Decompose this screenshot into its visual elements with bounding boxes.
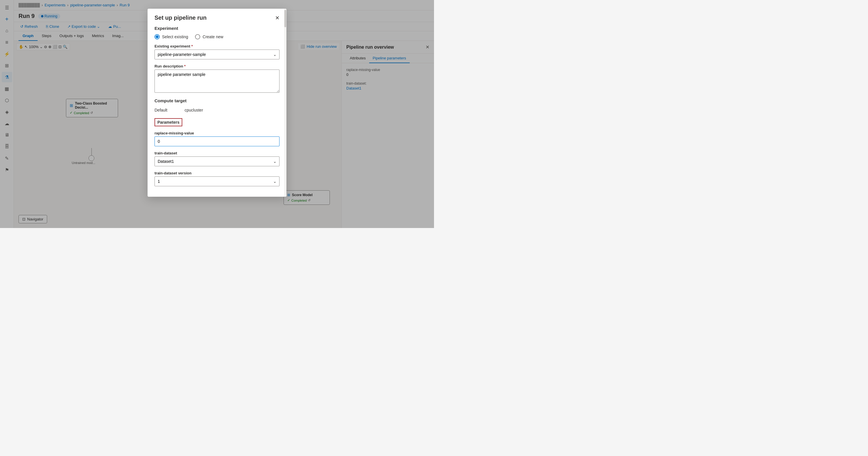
- setup-pipeline-modal: Set up pipeline run ✕ Experiment Select …: [148, 9, 286, 197]
- compute-target-section: Compute target Default cpucluster: [155, 98, 279, 114]
- radio-group: Select existing Create new: [155, 34, 279, 39]
- modal-scrollbar[interactable]: [284, 9, 286, 197]
- raplace-param-label: raplace-missing-value: [155, 131, 279, 135]
- train-dataset-version-select[interactable]: 1: [155, 176, 279, 186]
- parameters-header-box: Parameters: [155, 118, 182, 126]
- train-dataset-select[interactable]: Dataset1: [155, 156, 279, 166]
- compute-default-value: cpucluster: [185, 108, 203, 112]
- modal-body: Experiment Select existing Create new Ex…: [148, 26, 286, 197]
- experiment-section: Experiment Select existing Create new: [155, 26, 279, 39]
- compute-row: Default cpucluster: [155, 107, 279, 114]
- modal-overlay: Set up pipeline run ✕ Experiment Select …: [0, 0, 434, 228]
- run-description-label: Run description *: [155, 64, 279, 68]
- radio-create-new[interactable]: Create new: [195, 34, 223, 39]
- modal-header: Set up pipeline run ✕: [148, 9, 286, 26]
- train-dataset-select-wrapper: Dataset1: [155, 156, 279, 166]
- compute-default-label: Default: [155, 108, 178, 112]
- run-description-group: Run description * pipeline parameter sam…: [155, 64, 279, 93]
- modal-scrollbar-thumb: [284, 10, 286, 27]
- existing-experiment-select[interactable]: pipeline-parameter-sample: [155, 50, 279, 59]
- compute-target-title: Compute target: [155, 98, 279, 103]
- modal-title: Set up pipeline run: [155, 15, 207, 21]
- radio-circle-selected: [155, 34, 160, 39]
- existing-experiment-label: Existing experiment *: [155, 44, 279, 48]
- radio-select-existing[interactable]: Select existing: [155, 34, 188, 39]
- modal-close-button[interactable]: ✕: [275, 15, 279, 21]
- train-dataset-version-label: train-dataset version: [155, 171, 279, 175]
- existing-experiment-select-wrapper: pipeline-parameter-sample: [155, 50, 279, 59]
- train-dataset-group: train-dataset Dataset1: [155, 151, 279, 166]
- required-star-experiment: *: [191, 44, 193, 48]
- parameters-section: Parameters raplace-missing-value train-d…: [155, 118, 279, 186]
- radio-circle-create: [195, 34, 200, 39]
- experiment-section-title: Experiment: [155, 26, 279, 31]
- existing-experiment-group: Existing experiment * pipeline-parameter…: [155, 44, 279, 59]
- raplace-param-group: raplace-missing-value: [155, 131, 279, 146]
- run-description-textarea[interactable]: pipeline parameter sample: [155, 69, 279, 93]
- raplace-param-input[interactable]: [155, 137, 279, 146]
- train-dataset-label: train-dataset: [155, 151, 279, 155]
- train-dataset-version-group: train-dataset version 1: [155, 171, 279, 186]
- required-star-desc: *: [184, 64, 186, 68]
- train-dataset-version-select-wrapper: 1: [155, 176, 279, 186]
